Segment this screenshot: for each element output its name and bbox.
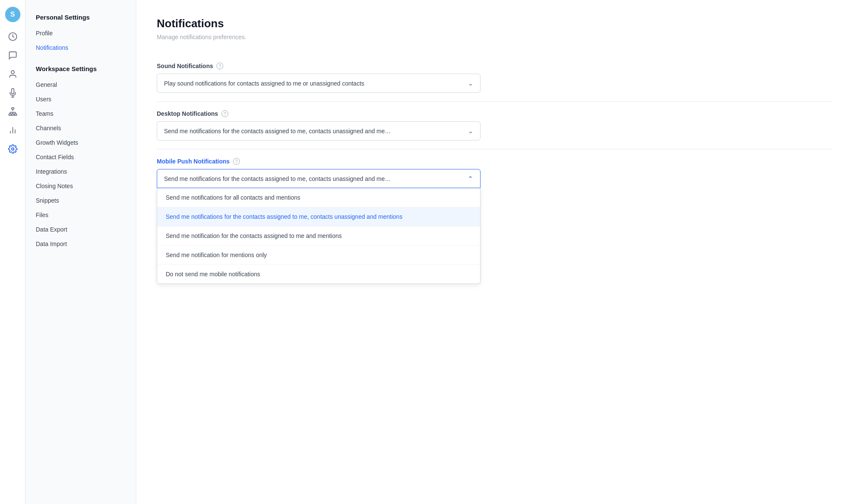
sidebar-item-channels[interactable]: Channels — [26, 121, 136, 135]
dashboard-icon[interactable] — [5, 29, 20, 44]
sidebar-item-data-import[interactable]: Data Import — [26, 237, 136, 251]
settings-icon[interactable] — [5, 141, 20, 157]
mobile-notifications-label: Mobile Push Notifications — [157, 158, 230, 165]
sidebar: Personal Settings Profile Notifications … — [26, 0, 136, 504]
sound-notifications-dropdown[interactable]: Play sound notifications for contacts as… — [157, 74, 481, 93]
svg-rect-7 — [14, 114, 16, 116]
sidebar-item-data-export[interactable]: Data Export — [26, 222, 136, 237]
sidebar-item-profile[interactable]: Profile — [26, 26, 136, 40]
desktop-notifications-section: Desktop Notifications ? Send me notifica… — [157, 102, 832, 149]
page-subtitle: Manage notifications preferences. — [157, 34, 832, 40]
mobile-notifications-chevron-up-icon: ⌄ — [468, 175, 473, 183]
contacts-icon[interactable] — [5, 66, 20, 82]
sidebar-item-users[interactable]: Users — [26, 92, 136, 106]
sidebar-item-general[interactable]: General — [26, 77, 136, 92]
org-chart-icon[interactable] — [5, 104, 20, 119]
sound-notifications-help-icon[interactable]: ? — [216, 63, 223, 69]
page-title: Notifications — [157, 17, 832, 30]
mobile-option-none[interactable]: Do not send me mobile notifications — [157, 265, 480, 284]
svg-point-1 — [11, 71, 14, 74]
mobile-notifications-dropdown[interactable]: Send me notifications for the contacts a… — [157, 169, 481, 188]
sidebar-item-notifications[interactable]: Notifications — [26, 40, 136, 55]
icon-rail: S — [0, 0, 26, 504]
mobile-notifications-section: Mobile Push Notifications ? Send me noti… — [157, 149, 832, 292]
svg-point-16 — [12, 148, 14, 150]
personal-settings-title: Personal Settings — [26, 10, 136, 26]
svg-rect-5 — [9, 114, 11, 116]
sound-notifications-value: Play sound notifications for contacts as… — [164, 80, 364, 87]
desktop-notifications-help-icon[interactable]: ? — [222, 110, 228, 117]
sidebar-item-closing-notes[interactable]: Closing Notes — [26, 179, 136, 193]
sidebar-item-files[interactable]: Files — [26, 208, 136, 222]
desktop-notifications-chevron-icon: ⌄ — [468, 127, 473, 135]
mobile-option-assigned-only[interactable]: Send me notification for the contacts as… — [157, 226, 480, 246]
svg-rect-6 — [12, 114, 14, 116]
avatar[interactable]: S — [5, 7, 20, 22]
sidebar-item-integrations[interactable]: Integrations — [26, 164, 136, 179]
workspace-settings-title: Workspace Settings — [26, 62, 136, 77]
svg-rect-4 — [12, 108, 14, 109]
sound-notifications-chevron-icon: ⌄ — [468, 79, 473, 87]
sound-notifications-section: Sound Notifications ? Play sound notific… — [157, 54, 832, 102]
sound-notifications-label: Sound Notifications — [157, 63, 213, 69]
mobile-option-assigned-unassigned[interactable]: Send me notifications for the contacts a… — [157, 207, 480, 226]
chat-icon[interactable] — [5, 48, 20, 63]
desktop-notifications-dropdown[interactable]: Send me notifications for the contacts a… — [157, 121, 481, 140]
desktop-notifications-label: Desktop Notifications — [157, 110, 218, 117]
mobile-option-all[interactable]: Send me notifications for all contacts a… — [157, 188, 480, 207]
sidebar-item-growth-widgets[interactable]: Growth Widgets — [26, 135, 136, 150]
sidebar-item-contact-fields[interactable]: Contact Fields — [26, 150, 136, 164]
desktop-notifications-value: Send me notifications for the contacts a… — [164, 128, 391, 135]
mobile-notifications-value: Send me notifications for the contacts a… — [164, 175, 391, 182]
main-content: Notifications Manage notifications prefe… — [136, 0, 852, 504]
mobile-option-mentions-only[interactable]: Send me notification for mentions only — [157, 246, 480, 265]
mobile-notifications-help-icon[interactable]: ? — [233, 158, 240, 165]
sidebar-item-snippets[interactable]: Snippets — [26, 193, 136, 208]
reports-icon[interactable] — [5, 123, 20, 138]
mobile-notifications-menu: Send me notifications for all contacts a… — [157, 188, 481, 284]
broadcast-icon[interactable] — [5, 85, 20, 100]
sidebar-item-teams[interactable]: Teams — [26, 106, 136, 121]
